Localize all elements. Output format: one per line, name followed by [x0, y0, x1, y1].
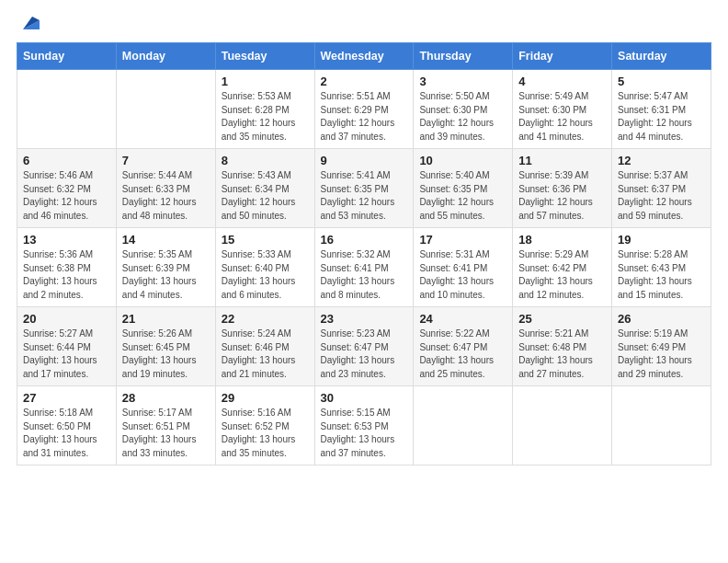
week-row-2: 6Sunrise: 5:46 AM Sunset: 6:32 PM Daylig… — [17, 149, 711, 228]
day-info: Sunrise: 5:43 AM Sunset: 6:34 PM Dayligh… — [222, 169, 309, 223]
day-number: 3 — [419, 75, 506, 88]
day-number: 17 — [419, 233, 506, 247]
calendar-cell — [612, 386, 711, 465]
day-number: 28 — [122, 391, 210, 405]
calendar-cell: 27Sunrise: 5:18 AM Sunset: 6:50 PM Dayli… — [17, 386, 117, 465]
calendar-cell: 25Sunrise: 5:21 AM Sunset: 6:48 PM Dayli… — [513, 307, 612, 386]
calendar-cell: 23Sunrise: 5:23 AM Sunset: 6:47 PM Dayli… — [314, 307, 414, 386]
day-info: Sunrise: 5:24 AM Sunset: 6:46 PM Dayligh… — [222, 327, 309, 381]
calendar-cell — [116, 70, 215, 149]
day-number: 4 — [518, 75, 606, 88]
calendar-cell: 21Sunrise: 5:26 AM Sunset: 6:45 PM Dayli… — [116, 307, 215, 386]
day-info: Sunrise: 5:22 AM Sunset: 6:47 PM Dayligh… — [419, 327, 506, 381]
week-row-4: 20Sunrise: 5:27 AM Sunset: 6:44 PM Dayli… — [17, 307, 711, 386]
day-info: Sunrise: 5:18 AM Sunset: 6:50 PM Dayligh… — [23, 407, 110, 460]
calendar-cell: 14Sunrise: 5:35 AM Sunset: 6:39 PM Dayli… — [116, 228, 215, 307]
day-number: 18 — [518, 233, 606, 247]
day-info: Sunrise: 5:19 AM Sunset: 6:49 PM Dayligh… — [618, 327, 705, 381]
calendar-cell — [17, 70, 117, 149]
day-number: 12 — [618, 154, 705, 167]
calendar-cell: 13Sunrise: 5:36 AM Sunset: 6:38 PM Dayli… — [17, 228, 117, 307]
day-number: 29 — [222, 391, 309, 405]
day-number: 25 — [518, 312, 606, 326]
weekday-header-friday: Friday — [513, 43, 612, 70]
calendar-cell: 26Sunrise: 5:19 AM Sunset: 6:49 PM Dayli… — [612, 307, 711, 386]
day-number: 1 — [222, 75, 309, 88]
calendar-cell: 12Sunrise: 5:37 AM Sunset: 6:37 PM Dayli… — [612, 149, 711, 228]
day-info: Sunrise: 5:16 AM Sunset: 6:52 PM Dayligh… — [222, 407, 309, 460]
day-number: 15 — [222, 233, 309, 247]
calendar-cell: 10Sunrise: 5:40 AM Sunset: 6:35 PM Dayli… — [414, 149, 513, 228]
header — [17, 17, 711, 33]
weekday-header-row: SundayMondayTuesdayWednesdayThursdayFrid… — [17, 43, 711, 70]
day-info: Sunrise: 5:49 AM Sunset: 6:30 PM Dayligh… — [518, 90, 606, 144]
calendar-cell: 20Sunrise: 5:27 AM Sunset: 6:44 PM Dayli… — [17, 307, 117, 386]
calendar-cell: 5Sunrise: 5:47 AM Sunset: 6:31 PM Daylig… — [612, 70, 711, 149]
day-number: 6 — [23, 154, 110, 167]
day-number: 2 — [321, 75, 408, 88]
calendar-cell: 18Sunrise: 5:29 AM Sunset: 6:42 PM Dayli… — [513, 228, 612, 307]
weekday-header-tuesday: Tuesday — [215, 43, 314, 70]
day-info: Sunrise: 5:44 AM Sunset: 6:33 PM Dayligh… — [122, 169, 210, 223]
day-info: Sunrise: 5:53 AM Sunset: 6:28 PM Dayligh… — [222, 90, 309, 144]
day-number: 24 — [419, 312, 506, 326]
calendar: SundayMondayTuesdayWednesdayThursdayFrid… — [17, 42, 711, 465]
calendar-cell: 4Sunrise: 5:49 AM Sunset: 6:30 PM Daylig… — [513, 70, 612, 149]
day-number: 22 — [222, 312, 309, 326]
day-number: 7 — [122, 154, 210, 167]
weekday-header-sunday: Sunday — [17, 43, 117, 70]
calendar-cell: 6Sunrise: 5:46 AM Sunset: 6:32 PM Daylig… — [17, 149, 117, 228]
calendar-cell — [414, 386, 513, 465]
day-number: 13 — [23, 233, 110, 247]
weekday-header-thursday: Thursday — [414, 43, 513, 70]
day-info: Sunrise: 5:41 AM Sunset: 6:35 PM Dayligh… — [321, 169, 408, 223]
day-info: Sunrise: 5:15 AM Sunset: 6:53 PM Dayligh… — [321, 407, 408, 460]
calendar-cell: 3Sunrise: 5:50 AM Sunset: 6:30 PM Daylig… — [414, 70, 513, 149]
day-number: 5 — [618, 75, 705, 88]
calendar-cell: 11Sunrise: 5:39 AM Sunset: 6:36 PM Dayli… — [513, 149, 612, 228]
day-info: Sunrise: 5:32 AM Sunset: 6:41 PM Dayligh… — [321, 248, 408, 302]
calendar-cell: 28Sunrise: 5:17 AM Sunset: 6:51 PM Dayli… — [116, 386, 215, 465]
calendar-cell: 17Sunrise: 5:31 AM Sunset: 6:41 PM Dayli… — [414, 228, 513, 307]
calendar-cell: 19Sunrise: 5:28 AM Sunset: 6:43 PM Dayli… — [612, 228, 711, 307]
day-number: 14 — [122, 233, 210, 247]
day-number: 23 — [321, 312, 408, 326]
calendar-cell: 7Sunrise: 5:44 AM Sunset: 6:33 PM Daylig… — [116, 149, 215, 228]
day-info: Sunrise: 5:35 AM Sunset: 6:39 PM Dayligh… — [122, 248, 210, 302]
day-info: Sunrise: 5:23 AM Sunset: 6:47 PM Dayligh… — [321, 327, 408, 381]
day-info: Sunrise: 5:50 AM Sunset: 6:30 PM Dayligh… — [419, 90, 506, 144]
day-info: Sunrise: 5:28 AM Sunset: 6:43 PM Dayligh… — [618, 248, 705, 302]
calendar-cell: 29Sunrise: 5:16 AM Sunset: 6:52 PM Dayli… — [215, 386, 314, 465]
day-info: Sunrise: 5:39 AM Sunset: 6:36 PM Dayligh… — [518, 169, 606, 223]
day-number: 26 — [618, 312, 705, 326]
weekday-header-wednesday: Wednesday — [314, 43, 414, 70]
day-info: Sunrise: 5:31 AM Sunset: 6:41 PM Dayligh… — [419, 248, 506, 302]
week-row-5: 27Sunrise: 5:18 AM Sunset: 6:50 PM Dayli… — [17, 386, 711, 465]
calendar-cell: 30Sunrise: 5:15 AM Sunset: 6:53 PM Dayli… — [314, 386, 414, 465]
day-number: 9 — [321, 154, 408, 167]
calendar-cell: 16Sunrise: 5:32 AM Sunset: 6:41 PM Dayli… — [314, 228, 414, 307]
week-row-1: 1Sunrise: 5:53 AM Sunset: 6:28 PM Daylig… — [17, 70, 711, 149]
day-info: Sunrise: 5:33 AM Sunset: 6:40 PM Dayligh… — [222, 248, 309, 302]
day-info: Sunrise: 5:36 AM Sunset: 6:38 PM Dayligh… — [23, 248, 110, 302]
day-info: Sunrise: 5:47 AM Sunset: 6:31 PM Dayligh… — [618, 90, 705, 144]
day-number: 8 — [222, 154, 309, 167]
day-info: Sunrise: 5:21 AM Sunset: 6:48 PM Dayligh… — [518, 327, 606, 381]
day-number: 10 — [419, 154, 506, 167]
calendar-cell: 1Sunrise: 5:53 AM Sunset: 6:28 PM Daylig… — [215, 70, 314, 149]
weekday-header-monday: Monday — [116, 43, 215, 70]
day-number: 27 — [23, 391, 110, 405]
day-info: Sunrise: 5:29 AM Sunset: 6:42 PM Dayligh… — [518, 248, 606, 302]
day-info: Sunrise: 5:17 AM Sunset: 6:51 PM Dayligh… — [122, 407, 210, 460]
day-info: Sunrise: 5:46 AM Sunset: 6:32 PM Dayligh… — [23, 169, 110, 223]
day-number: 11 — [518, 154, 606, 167]
day-info: Sunrise: 5:51 AM Sunset: 6:29 PM Dayligh… — [321, 90, 408, 144]
week-row-3: 13Sunrise: 5:36 AM Sunset: 6:38 PM Dayli… — [17, 228, 711, 307]
calendar-cell: 22Sunrise: 5:24 AM Sunset: 6:46 PM Dayli… — [215, 307, 314, 386]
calendar-cell: 9Sunrise: 5:41 AM Sunset: 6:35 PM Daylig… — [314, 149, 414, 228]
day-info: Sunrise: 5:40 AM Sunset: 6:35 PM Dayligh… — [419, 169, 506, 223]
day-number: 20 — [23, 312, 110, 326]
logo — [17, 17, 40, 33]
day-number: 16 — [321, 233, 408, 247]
logo-icon — [19, 13, 40, 33]
